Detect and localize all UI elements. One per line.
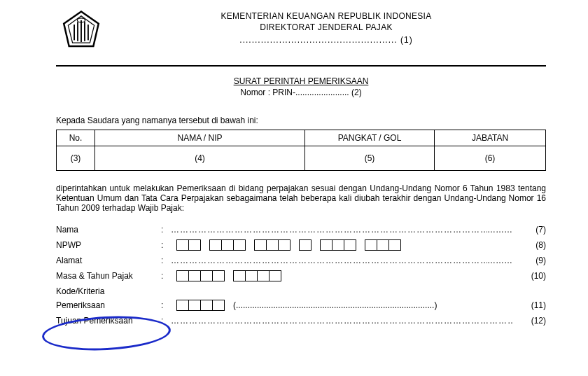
- field-nama: Nama : …………………………………………………………………………………………: [56, 223, 546, 237]
- alamat-fill: ……………………………………………………………………………………………………………: [171, 256, 487, 265]
- ministry-line: KEMENTERIAN KEUANGAN REPUBLIK INDONESIA: [106, 11, 546, 21]
- garuda-emblem-icon: [59, 10, 103, 55]
- order-paragraph: diperintahkan untuk melakukan Pemeriksaa…: [56, 183, 546, 213]
- header: KEMENTERIAN KEUANGAN REPUBLIK INDONESIA …: [56, 8, 546, 55]
- masa-boxes: [171, 270, 512, 281]
- field-masa-tahun: Masa & Tahun Pajak : (10): [56, 269, 546, 283]
- field-npwp: NPWP : (8): [56, 238, 546, 252]
- cell-nama: (4): [95, 146, 305, 171]
- col-header-pangkat: PANGKAT / GOL: [305, 130, 435, 146]
- col-header-nama: NAMA / NIP: [95, 130, 305, 146]
- nama-fill: ……………………………………………………………………………………………………………: [171, 225, 487, 235]
- assignee-table: No. NAMA / NIP PANGKAT / GOL JABATAN (3)…: [56, 130, 546, 171]
- kode-boxes: (.......................................…: [171, 300, 512, 311]
- cell-no: (3): [57, 146, 95, 171]
- intro-line: Kepada Saudara yang namanya tersebut di …: [56, 116, 546, 125]
- directorate-line: DIREKTORAT JENDERAL PAJAK: [106, 22, 546, 32]
- field-alamat: Alamat : ……………………………………………………………………………………: [56, 253, 546, 267]
- logo-wrap: [56, 8, 106, 55]
- cell-pangkat: (5): [305, 146, 435, 171]
- document-page: KEMENTERIAN KEUANGAN REPUBLIK INDONESIA …: [0, 0, 588, 376]
- field-kode-kriteria-bottom: Pemeriksaan : (.........................…: [56, 298, 546, 312]
- header-fill-line: ........................................…: [106, 35, 546, 45]
- tujuan-fill: ……………………………………………………………………………………………………………: [171, 316, 512, 326]
- cell-jabatan: (6): [435, 146, 546, 171]
- table-header-row: No. NAMA / NIP PANGKAT / GOL JABATAN: [57, 130, 546, 146]
- kode-desc-fill: (.......................................…: [233, 300, 437, 310]
- field-tujuan: Tujuan Pemeriksaan : ……………………………………………………: [56, 314, 546, 328]
- table-row: (3) (4) (5) (6): [57, 146, 546, 171]
- field-kode-kriteria-top: Kode/Kriteria: [56, 284, 546, 298]
- header-text: KEMENTERIAN KEUANGAN REPUBLIK INDONESIA …: [106, 8, 546, 45]
- document-number-line: Nomor : PRIN-....................... (2): [56, 88, 546, 97]
- col-header-jabatan: JABATAN: [435, 130, 546, 146]
- col-header-no: No.: [57, 130, 95, 146]
- header-divider: [56, 65, 546, 67]
- fields-block: Nama : …………………………………………………………………………………………: [56, 223, 546, 328]
- document-title: SURAT PERINTAH PEMERIKSAAN: [56, 76, 546, 86]
- npwp-boxes: [171, 239, 512, 251]
